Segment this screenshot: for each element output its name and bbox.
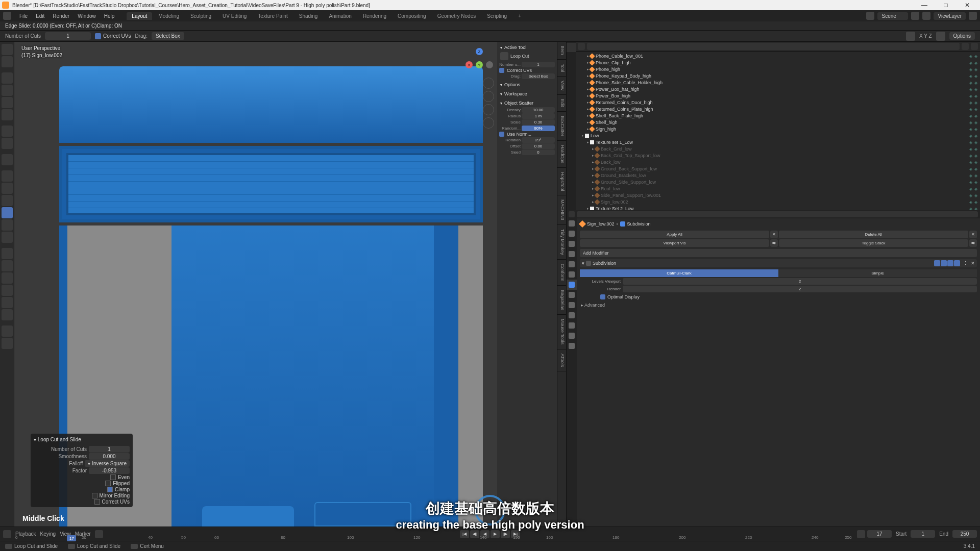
new-viewlayer-icon[interactable] [969, 12, 977, 20]
tool-smooth[interactable] [2, 260, 13, 271]
nav-gizmo[interactable]: Z X Y [463, 46, 492, 74]
tool-extra2[interactable] [2, 338, 13, 349]
outliner-item[interactable]: ▸Back_low [576, 159, 980, 165]
menu-help[interactable]: Help [100, 13, 119, 19]
levels-viewport-field[interactable]: 2 [623, 278, 977, 285]
tool-transform[interactable] [2, 109, 13, 120]
simple-tab[interactable]: Simple [778, 269, 977, 277]
offset-field[interactable]: 0.00 [522, 143, 555, 149]
tab-constraints[interactable] [567, 310, 577, 320]
tool-annotate[interactable] [2, 126, 13, 137]
tool-shrink[interactable] [2, 285, 13, 296]
outliner-item[interactable]: ▸Back_Grid_low [576, 145, 980, 152]
outliner-item[interactable]: ▸Returned_Coins_Plate_high [576, 106, 980, 112]
outliner-item[interactable]: ▸Returned_Coins_Door_high [576, 99, 980, 106]
tool-inset[interactable] [2, 183, 13, 194]
npanel-tab-hardops[interactable]: HardOps [557, 141, 566, 168]
tab-texture[interactable] [567, 341, 577, 351]
viewport-vis-button[interactable]: Viewport Vis [580, 239, 769, 247]
op-check-even[interactable] [110, 474, 116, 480]
tab-scene[interactable] [567, 249, 577, 259]
outliner-item[interactable]: ▸Texture Set 2_Low [576, 205, 980, 210]
tool-shear[interactable] [2, 297, 13, 308]
workspace-rendering[interactable]: Rendering [358, 12, 391, 20]
axis-y-icon[interactable]: Y [476, 61, 483, 68]
menu-window[interactable]: Window [74, 13, 100, 19]
workspace-shading[interactable]: Shading [294, 12, 323, 20]
tool-edge-slide[interactable] [2, 272, 13, 284]
workspace-sculpting[interactable]: Sculpting [185, 12, 216, 20]
outliner-item[interactable]: ▸Phone_high [576, 66, 980, 72]
axis-neg-icon[interactable] [486, 61, 493, 68]
outliner-item[interactable]: ▸Power_Box_high [576, 92, 980, 99]
op-smoothness[interactable]: 0.000 [89, 453, 130, 460]
mod-close-icon[interactable]: ✕ [971, 261, 975, 266]
add-modifier-dropdown[interactable]: Add Modifier [580, 249, 977, 257]
npanel-tab-hopstool[interactable]: HopsTool [557, 168, 566, 196]
catmull-tab[interactable]: Catmull-Clark [580, 269, 778, 277]
new-collection-icon[interactable] [971, 43, 978, 50]
outliner-item[interactable]: ▸Sign_high [576, 126, 980, 132]
timeline-editor-icon[interactable] [3, 530, 11, 538]
menu-edit[interactable]: Edit [32, 13, 48, 19]
axis-x-icon[interactable]: X [465, 61, 473, 68]
tab-render[interactable] [567, 218, 577, 229]
workspace-modeling[interactable]: Modeling [153, 12, 184, 20]
tool-move[interactable] [2, 72, 13, 84]
tool-add-cube[interactable] [2, 154, 13, 165]
delete-all-button[interactable]: Delete All [779, 231, 968, 238]
active-tool-header[interactable]: Active Tool [499, 44, 555, 51]
outliner-item[interactable]: ▸Sign_low.002 [576, 198, 980, 205]
outliner-mode-icon[interactable] [567, 43, 576, 52]
zoom-icon[interactable] [483, 78, 494, 89]
workspace-uv-editing[interactable]: UV Editing [217, 12, 252, 20]
radius-field[interactable]: 1 m [522, 113, 555, 119]
npanel-tab-item[interactable]: Item [557, 42, 566, 60]
tool-loop-cut[interactable] [2, 207, 13, 218]
density-field[interactable]: 10.00 [522, 107, 555, 113]
npanel-tab-machin3[interactable]: MACHIN3 [557, 195, 566, 225]
viewport-vis-toggle[interactable]: ⇆ [770, 239, 778, 247]
random-field[interactable]: 80% [522, 126, 555, 131]
tool-measure[interactable] [2, 138, 13, 149]
advanced-section[interactable]: Advanced [580, 300, 977, 310]
tool-extrude[interactable] [2, 170, 13, 182]
workspace-scripting[interactable]: Scripting [482, 12, 512, 20]
outliner-item[interactable]: ▸Side_Panel_Support_low.001 [576, 192, 980, 198]
op-check-mirror-editing[interactable] [92, 493, 97, 498]
timeline-ruler[interactable]: 17 0204050608010012014015016018020022024… [15, 535, 878, 541]
npanel-tab-bagatelas[interactable]: Bagatelas [557, 286, 566, 315]
use-normal-check[interactable] [499, 132, 504, 137]
npanel-tab-conform[interactable]: Conform [557, 260, 566, 286]
npanel-tab-atools[interactable]: ATools [557, 349, 566, 371]
tab-modifiers[interactable] [567, 280, 577, 290]
tab-world[interactable] [567, 259, 577, 269]
start-frame-field[interactable]: 1 [911, 530, 935, 538]
end-frame-field[interactable]: 250 [952, 530, 977, 538]
outliner-item[interactable]: ▸Phone_Clip_high [576, 59, 980, 66]
tool-rotate[interactable] [2, 85, 13, 96]
outliner-item[interactable]: ▸Ground_Back_Support_low [576, 165, 980, 172]
axis-label[interactable]: X Y Z [919, 33, 932, 39]
tool-rip[interactable] [2, 309, 13, 320]
outliner-item[interactable]: ▸Texture set 1_Low [576, 139, 980, 145]
drag-mode-dropdown[interactable]: Select Box [152, 32, 184, 40]
display-mode-icon[interactable] [578, 43, 585, 50]
outliner-search-input[interactable] [587, 43, 960, 50]
props-search-input[interactable] [577, 211, 978, 217]
operator-title[interactable]: ▾ Loop Cut and Slide [34, 436, 130, 445]
tab-particles[interactable] [567, 290, 577, 300]
minimize-button[interactable]: — [914, 0, 935, 10]
tool-select-box[interactable] [2, 44, 13, 55]
props-breadcrumb[interactable]: Sign_low.002› Subdivision [580, 220, 977, 230]
workspace-texture-paint[interactable]: Texture Paint [253, 12, 292, 20]
tool-knife[interactable] [2, 219, 13, 231]
viewport-3d[interactable]: User Perspective (17) Sign_low.002 Z X Y… [14, 42, 497, 527]
scene-field[interactable]: Scene [877, 12, 908, 20]
pan-icon[interactable] [483, 91, 494, 102]
outliner-item[interactable]: ▸Ground_Brackets_low [576, 172, 980, 179]
options-dropdown[interactable]: Options [949, 32, 975, 40]
cuts-value[interactable]: 1 [522, 62, 555, 67]
axis-z-icon[interactable]: Z [476, 48, 483, 55]
outliner-item[interactable]: ▸Phone_Keypad_Body_high [576, 72, 980, 79]
